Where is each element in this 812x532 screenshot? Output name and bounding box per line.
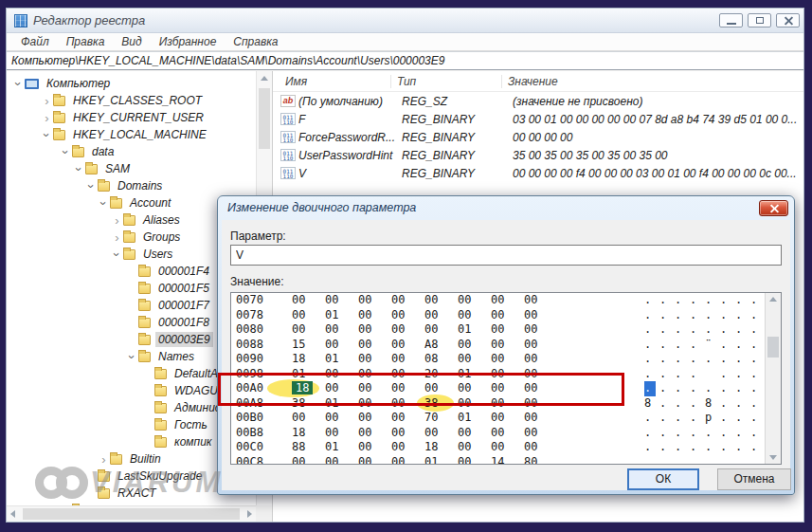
ascii-caret-cell[interactable]: . bbox=[644, 381, 656, 396]
hex-scroll-thumb[interactable] bbox=[767, 337, 779, 358]
hex-byte[interactable]: 00 bbox=[391, 308, 424, 323]
hex-byte[interactable]: 00 bbox=[524, 352, 557, 367]
ascii-char[interactable]: . bbox=[735, 396, 750, 412]
ascii-char[interactable]: . bbox=[750, 411, 766, 426]
ascii-char[interactable]: . bbox=[644, 367, 659, 382]
hex-byte[interactable]: 00 bbox=[358, 293, 391, 308]
hex-byte[interactable]: 00 bbox=[458, 308, 491, 323]
horizontal-scroll-thumb[interactable] bbox=[23, 508, 240, 520]
hex-byte[interactable]: 00 bbox=[458, 293, 491, 308]
hex-byte[interactable]: 00 bbox=[325, 411, 358, 426]
ascii-char[interactable]: . bbox=[735, 381, 750, 396]
value-row-ForcePasswordR...[interactable]: 011110ForcePasswordR...REG_BINARY00 00 0… bbox=[273, 128, 803, 146]
hex-byte[interactable]: 00 bbox=[491, 338, 524, 353]
ascii-char[interactable]: . bbox=[675, 322, 690, 338]
value-row-UserPasswordHint[interactable]: 011110UserPasswordHintREG_BINARY35 00 35… bbox=[273, 146, 803, 164]
ascii-char[interactable]: . bbox=[750, 322, 766, 338]
ascii-char[interactable]: p bbox=[705, 411, 720, 426]
ascii-char[interactable]: . bbox=[720, 338, 735, 353]
ascii-char[interactable]: . bbox=[644, 338, 659, 353]
ascii-char[interactable]: . bbox=[705, 293, 720, 308]
scroll-down-icon[interactable] bbox=[769, 455, 777, 460]
address-bar[interactable]: Компьютер\HKEY_LOCAL_MACHINE\data\SAM\Do… bbox=[7, 51, 803, 70]
chevron-right-icon[interactable]: › bbox=[111, 214, 123, 227]
scroll-up-icon[interactable] bbox=[261, 76, 268, 81]
ascii-char[interactable]: . bbox=[735, 338, 750, 353]
tree-item-HKEY_CURRENT_USER[interactable]: ›HKEY_CURRENT_USER bbox=[7, 109, 272, 126]
ascii-char[interactable]: . bbox=[690, 411, 705, 426]
ascii-char[interactable]: . bbox=[750, 308, 766, 323]
ascii-char[interactable]: . bbox=[705, 308, 720, 323]
hex-byte[interactable]: 00 bbox=[458, 426, 491, 441]
ascii-char[interactable]: ¨ bbox=[705, 338, 720, 353]
hex-byte[interactable]: 00 bbox=[358, 411, 391, 426]
menu-item-Справка[interactable]: Справка bbox=[225, 35, 286, 48]
ascii-char[interactable]: . bbox=[644, 308, 659, 323]
ascii-char[interactable]: . bbox=[644, 352, 659, 367]
hex-byte[interactable]: 00 bbox=[358, 322, 391, 338]
ascii-char[interactable]: . bbox=[644, 322, 659, 338]
scroll-right-icon[interactable] bbox=[247, 510, 252, 518]
chevron-down-icon[interactable]: › bbox=[126, 351, 138, 363]
ascii-char[interactable]: . bbox=[705, 440, 720, 455]
ascii-char[interactable]: . bbox=[690, 308, 705, 323]
ascii-char[interactable]: . bbox=[705, 322, 720, 338]
chevron-down-icon[interactable]: › bbox=[41, 129, 53, 141]
tree-item-Компьютер[interactable]: ›Компьютер bbox=[7, 75, 272, 92]
ascii-char[interactable]: . bbox=[720, 411, 735, 426]
ascii-char[interactable]: . bbox=[659, 322, 675, 338]
ascii-char[interactable]: . bbox=[644, 293, 659, 308]
column-header-type[interactable]: Тип bbox=[391, 75, 502, 88]
hex-byte[interactable]: 70 bbox=[424, 411, 458, 426]
ascii-char[interactable]: . bbox=[750, 396, 766, 412]
ascii-char[interactable]: . bbox=[675, 293, 690, 308]
hex-byte[interactable]: 00 bbox=[491, 426, 524, 441]
ascii-char[interactable]: . bbox=[675, 367, 690, 382]
hex-byte[interactable]: 00 bbox=[458, 440, 491, 455]
hex-byte[interactable]: 88 bbox=[292, 440, 325, 455]
hex-byte[interactable]: 15 bbox=[292, 338, 325, 353]
hex-byte[interactable]: 01 bbox=[325, 308, 358, 323]
hex-byte[interactable]: 00 bbox=[491, 440, 524, 455]
minimize-button[interactable] bbox=[719, 13, 743, 28]
chevron-down-icon[interactable]: › bbox=[73, 163, 85, 175]
ascii-char[interactable]: . bbox=[705, 426, 720, 441]
ok-button[interactable]: ОК bbox=[627, 468, 699, 490]
ascii-char[interactable]: . bbox=[644, 440, 659, 455]
hex-byte[interactable]: 18 bbox=[292, 426, 325, 441]
hex-byte[interactable]: 00 bbox=[458, 338, 491, 353]
hex-byte[interactable]: 00 bbox=[325, 293, 358, 308]
hex-byte[interactable]: A8 bbox=[424, 338, 458, 353]
close-button[interactable] bbox=[776, 13, 800, 28]
hex-byte[interactable]: 00 bbox=[424, 426, 458, 441]
chevron-down-icon[interactable]: › bbox=[111, 248, 123, 261]
ascii-char[interactable]: . bbox=[720, 322, 735, 338]
hex-byte[interactable]: 00 bbox=[524, 426, 557, 441]
tree-item-data[interactable]: ›data bbox=[7, 143, 272, 160]
hex-byte[interactable]: 00 bbox=[391, 426, 424, 441]
ascii-char[interactable]: . bbox=[644, 455, 659, 466]
ascii-char[interactable]: . bbox=[705, 381, 720, 396]
hex-byte[interactable]: 00 bbox=[491, 293, 524, 308]
ascii-char[interactable]: . bbox=[675, 381, 690, 396]
hex-byte[interactable]: 00 bbox=[491, 308, 524, 323]
hex-byte[interactable]: 80 bbox=[524, 455, 557, 466]
hex-byte[interactable]: 00 bbox=[292, 411, 325, 426]
ascii-char[interactable]: . bbox=[750, 367, 766, 382]
tree-item-Domains[interactable]: ›Domains bbox=[7, 177, 272, 194]
hex-byte[interactable]: 00 bbox=[524, 411, 557, 426]
ascii-char[interactable]: . bbox=[659, 293, 675, 308]
ascii-char[interactable]: . bbox=[735, 352, 750, 367]
value-row-(По умолчанию)[interactable]: ab(По умолчанию)REG_SZ(значение не присв… bbox=[273, 92, 803, 110]
ascii-char[interactable]: . bbox=[750, 293, 766, 308]
chevron-down-icon[interactable]: › bbox=[60, 146, 72, 158]
ascii-char[interactable]: . bbox=[720, 426, 735, 441]
ascii-char[interactable]: . bbox=[735, 440, 750, 455]
scroll-up-icon[interactable] bbox=[769, 297, 777, 302]
hex-byte[interactable]: 01 bbox=[325, 352, 358, 367]
ascii-char[interactable]: . bbox=[659, 411, 675, 426]
ascii-char[interactable]: 8 bbox=[644, 396, 659, 412]
hex-byte[interactable]: 00 bbox=[524, 293, 557, 308]
hex-byte[interactable]: 00 bbox=[391, 293, 424, 308]
ascii-char[interactable]: . bbox=[675, 411, 690, 426]
